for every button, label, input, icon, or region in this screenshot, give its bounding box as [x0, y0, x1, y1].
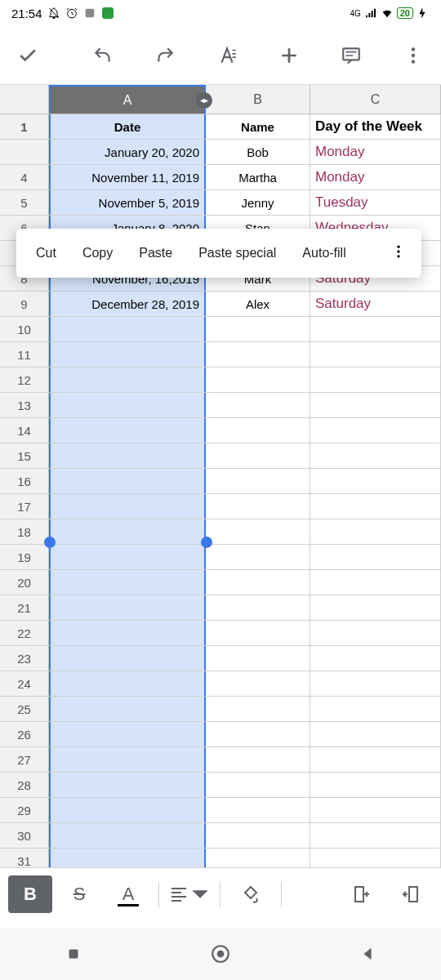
cell[interactable]: [310, 671, 441, 696]
cell[interactable]: [49, 621, 206, 645]
cell[interactable]: Monday: [310, 140, 441, 164]
cell[interactable]: [310, 697, 441, 721]
cell[interactable]: [49, 494, 206, 519]
cell[interactable]: [49, 773, 206, 797]
cell[interactable]: [206, 747, 310, 772]
cell[interactable]: [206, 519, 310, 544]
row-header[interactable]: 1: [0, 114, 49, 139]
cell[interactable]: November 5, 2019: [49, 190, 206, 215]
cell[interactable]: [206, 621, 310, 645]
cell[interactable]: Date: [49, 114, 206, 139]
bold-button[interactable]: B: [8, 875, 52, 913]
row-header[interactable]: 19: [0, 545, 49, 569]
cell[interactable]: [206, 469, 310, 493]
row-header[interactable]: 18: [0, 519, 49, 544]
cell[interactable]: Tuesday: [310, 190, 441, 215]
align-button[interactable]: [167, 875, 212, 913]
cell[interactable]: [206, 722, 310, 746]
insert-column-button[interactable]: [340, 875, 384, 913]
cell[interactable]: [49, 722, 206, 746]
text-format-button[interactable]: [207, 36, 247, 75]
redo-button[interactable]: [145, 36, 185, 75]
nav-back-button[interactable]: [343, 938, 392, 970]
cell[interactable]: [310, 798, 441, 822]
add-button[interactable]: [270, 36, 309, 75]
cell[interactable]: [206, 646, 310, 670]
more-button[interactable]: [394, 36, 433, 75]
cell[interactable]: Monday: [310, 165, 441, 189]
text-color-button[interactable]: A: [106, 875, 150, 913]
cell[interactable]: [206, 494, 310, 519]
cell[interactable]: [310, 368, 441, 392]
row-header[interactable]: 20: [0, 570, 49, 595]
row-header[interactable]: 11: [0, 342, 49, 367]
cell[interactable]: [49, 519, 206, 544]
cell[interactable]: [310, 545, 441, 569]
cell[interactable]: [49, 671, 206, 696]
row-header[interactable]: 27: [0, 747, 49, 772]
cell[interactable]: [49, 469, 206, 493]
cell[interactable]: [49, 418, 206, 443]
column-header-B[interactable]: B: [206, 85, 310, 114]
cell[interactable]: [49, 570, 206, 595]
row-header[interactable]: 17: [0, 494, 49, 519]
cell[interactable]: [49, 798, 206, 822]
cell[interactable]: [206, 418, 310, 443]
column-resize-handle-icon[interactable]: ◂▸: [196, 92, 212, 109]
cell[interactable]: [49, 342, 206, 367]
cell[interactable]: [49, 393, 206, 417]
cell[interactable]: [49, 823, 206, 848]
cell[interactable]: [206, 798, 310, 822]
cell[interactable]: [310, 469, 441, 493]
cell[interactable]: [206, 317, 310, 341]
cell[interactable]: Bob: [206, 140, 310, 164]
undo-button[interactable]: [83, 36, 122, 75]
cell[interactable]: [310, 823, 441, 848]
row-header[interactable]: 12: [0, 368, 49, 392]
row-header[interactable]: 10: [0, 317, 49, 341]
cell[interactable]: [49, 747, 206, 772]
cell[interactable]: [310, 418, 441, 443]
row-header[interactable]: 23: [0, 646, 49, 670]
cell[interactable]: [206, 671, 310, 696]
cell[interactable]: Day of the Week: [310, 114, 441, 139]
cell[interactable]: [206, 823, 310, 848]
row-header[interactable]: 16: [0, 469, 49, 493]
cell[interactable]: [310, 570, 441, 595]
selection-handle-icon[interactable]: [44, 537, 56, 548]
cell[interactable]: [206, 443, 310, 468]
row-header[interactable]: 21: [0, 595, 49, 620]
autofill-menu-item[interactable]: Auto-fill: [289, 246, 359, 261]
cell[interactable]: [49, 545, 206, 569]
column-header-C[interactable]: C: [310, 85, 441, 114]
cell[interactable]: [310, 773, 441, 797]
select-all-corner[interactable]: [0, 85, 49, 114]
cell[interactable]: [310, 646, 441, 670]
cell[interactable]: [206, 368, 310, 392]
cell[interactable]: [49, 317, 206, 341]
cell[interactable]: [310, 317, 441, 341]
cell[interactable]: [310, 393, 441, 417]
cell[interactable]: [310, 747, 441, 772]
cell[interactable]: [310, 722, 441, 746]
cell[interactable]: December 28, 2019: [49, 292, 206, 316]
cell[interactable]: [206, 545, 310, 569]
cell[interactable]: [310, 342, 441, 367]
spreadsheet[interactable]: A ◂▸ B C 1DateNameDay of the WeekJanuary…: [0, 85, 441, 874]
cell[interactable]: [206, 773, 310, 797]
paste-special-menu-item[interactable]: Paste special: [185, 246, 289, 261]
row-header[interactable]: 22: [0, 621, 49, 645]
cell[interactable]: Jenny: [206, 190, 310, 215]
cell[interactable]: November 11, 2019: [49, 165, 206, 189]
selection-handle-icon[interactable]: [201, 537, 212, 548]
row-header[interactable]: 26: [0, 722, 49, 746]
cut-menu-item[interactable]: Cut: [23, 246, 69, 261]
cell[interactable]: [206, 342, 310, 367]
cell[interactable]: [206, 393, 310, 417]
insert-cells-button[interactable]: [389, 875, 433, 913]
copy-menu-item[interactable]: Copy: [69, 246, 126, 261]
cell[interactable]: Martha: [206, 165, 310, 189]
paste-menu-item[interactable]: Paste: [126, 246, 185, 261]
cell[interactable]: [49, 595, 206, 620]
cell[interactable]: [206, 697, 310, 721]
